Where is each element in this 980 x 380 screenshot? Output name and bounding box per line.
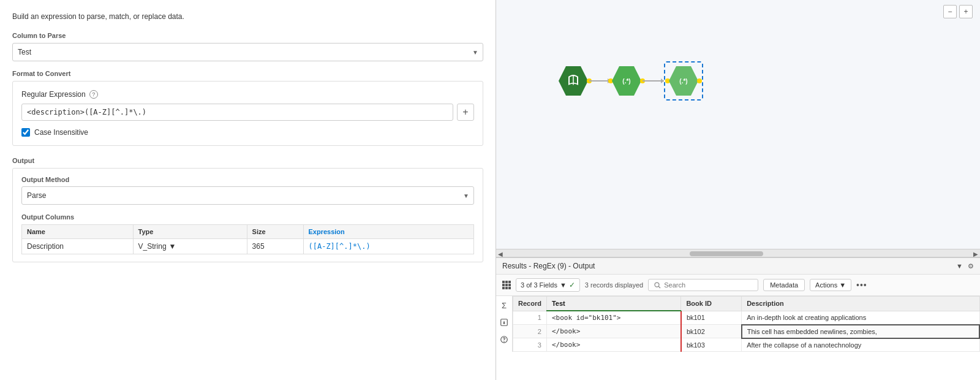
search-input[interactable] [664,281,737,289]
type-select-wrapper: V_String ▼ [138,242,242,251]
fields-count: 3 of 3 Fields [521,281,557,289]
left-panel: Build an expression to parse, match, or … [0,0,496,380]
bookid-1: bk101 [681,311,742,325]
metadata-button[interactable]: Metadata [763,279,805,291]
actions-label: Actions [815,281,837,289]
input-hex [557,65,589,97]
filter-icon[interactable] [497,316,511,329]
column-to-parse-wrapper: Test ▼ [12,43,483,61]
table-row: Description V_String ▼ 365 ([A-Z][^.]*\.… [22,239,474,254]
bookid-2: bk102 [681,325,742,338]
regex2-label: (.*) [679,78,687,85]
record-3: 3 [513,338,547,352]
regex-label-row: Regular Expression ? [21,90,474,99]
results-title: Results - RegEx (9) - Output [502,262,595,270]
desc-2[interactable]: This cell has embedded newlines, zombies… [742,325,979,338]
output-columns-table: Name Type Size Expression Description V_… [21,224,474,254]
regex1-label: (.*) [622,78,630,85]
th-test: Test [546,297,680,311]
add-regex-button[interactable]: + [457,104,474,121]
case-insensitive-checkbox[interactable] [21,128,30,137]
data-table: Record Test Book ID Description 1 <book … [513,296,980,352]
actions-arrow-icon: ▼ [839,281,846,289]
horizontal-scrollbar[interactable]: ◀ ▶ [496,249,980,257]
svg-line-2 [658,286,660,288]
search-box[interactable] [648,279,758,291]
regex-input-row: + [21,104,474,121]
results-controls: ▼ ⚙ [956,262,974,270]
scroll-thumb[interactable] [690,251,763,256]
column-to-parse-label: Column to Parse [12,32,483,39]
test-1: <book id="bk101"> [546,311,680,325]
output-method-select[interactable]: Parse [21,186,474,205]
help-circle-icon[interactable] [497,333,511,346]
case-insensitive-label: Case Insensitive [34,128,88,137]
record-1: 1 [513,311,547,325]
th-bookid: Book ID [681,297,742,311]
regex2-node[interactable]: (.*) [664,61,703,101]
scroll-left-icon[interactable]: ◀ [496,249,505,258]
scroll-right-icon[interactable]: ▶ [971,249,980,258]
regex1-node[interactable]: (.*) [611,65,643,97]
window-controls: − + [943,5,973,18]
type-select-arrow-icon: ▼ [169,242,176,251]
regex2-hex: (.*) [668,65,699,97]
format-box: Regular Expression ? + Case Insensitive [12,81,483,146]
input-node[interactable] [557,65,589,97]
output-section: Output Output Method Parse ▼ Output Colu… [12,157,483,262]
grid-view-icon[interactable] [502,281,511,289]
case-insensitive-row: Case Insensitive [21,128,474,137]
regex-label: Regular Expression [21,90,86,99]
desc-3: After the collapse of a nanotechnology [742,338,979,352]
regex1-hex: (.*) [611,65,643,97]
canvas-area: − + [496,0,980,249]
col-type-value: V_String ▼ [133,239,247,254]
desc-1: An in-depth look at creating application… [742,311,979,325]
regex-input[interactable] [21,104,453,121]
connector-1 [589,80,611,82]
results-options-icon[interactable]: ⚙ [968,262,974,270]
test-2: </book> [546,325,680,338]
regex2-node-dot [697,78,702,83]
fields-dropdown-icon: ▼ [560,281,567,289]
svg-point-7 [504,341,505,342]
table-row: 2 </book> bk102 This cell has embedded n… [513,325,980,338]
col-name-value: Description [22,239,134,254]
record-2: 2 [513,325,547,338]
output-method-label: Output Method [21,176,474,183]
output-method-wrapper: Parse ▼ [21,186,474,205]
column-to-parse-select[interactable]: Test [12,43,483,61]
svg-point-1 [655,283,659,287]
output-columns-label: Output Columns [21,213,474,221]
left-sidebar-icons: Σ [496,296,513,352]
regex2-hex-shape: (.*) [669,66,698,96]
pipeline: (.*) (.*) [557,61,703,101]
test-3: </book> [546,338,680,352]
input-hex-shape [559,66,588,96]
toolbar-row: 3 of 3 Fields ▼ ✓ 3 records displayed Me… [496,275,980,296]
output-box: Output Method Parse ▼ Output Columns Nam… [12,168,483,262]
svg-point-5 [503,322,505,324]
maximize-button[interactable]: + [959,5,973,18]
sigma-icon[interactable]: Σ [497,298,511,312]
col-header-expression: Expression [303,225,474,239]
more-options-icon[interactable]: ••• [856,280,867,290]
fields-badge[interactable]: 3 of 3 Fields ▼ ✓ [516,278,580,292]
book-open-icon [566,74,581,88]
connector-2 [643,80,664,82]
th-record: Record [513,297,547,311]
page-description: Build an expression to parse, match, or … [12,12,483,21]
filter-svg-icon [500,318,508,327]
col-header-type: Type [133,225,247,239]
col-expression-value: ([A-Z][^.]*\.) [303,239,474,254]
results-expand-icon[interactable]: ▼ [956,262,963,270]
help-icon[interactable]: ? [89,90,98,99]
col-header-size: Size [247,225,303,239]
output-label: Output [12,157,483,164]
results-panel: Results - RegEx (9) - Output ▼ ⚙ [496,257,980,380]
col-header-name: Name [22,225,134,239]
actions-button[interactable]: Actions ▼ [810,279,851,291]
regex1-hex-shape: (.*) [612,66,641,96]
table-row: 3 </book> bk103 After the collapse of a … [513,338,980,352]
minimize-button[interactable]: − [943,5,957,18]
